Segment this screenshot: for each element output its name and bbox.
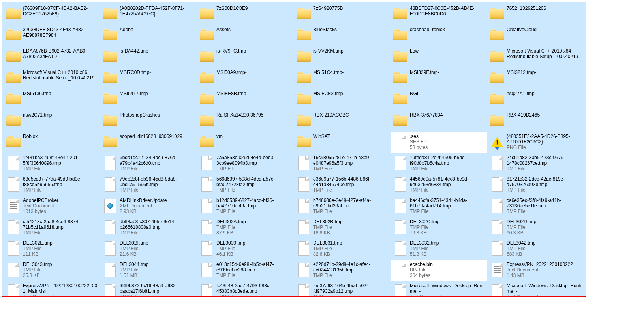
folder-item[interactable]: WinSAT (294, 132, 391, 153)
file-icon (395, 199, 406, 213)
file-item[interactable]: 1f431ba3-468f-43e4-9201-5f8f30640896.tmp… (4, 153, 100, 174)
item-type: Text Document (410, 294, 486, 297)
folder-item[interactable]: CreativeCloud (488, 25, 584, 46)
folder-item[interactable]: Low (391, 47, 487, 68)
file-item[interactable]: AdobeIPCBrokerText Document1013 bytes (4, 196, 100, 217)
item-name: 1f431ba3-468f-43e4-9201-5f8f30640896.tmp (23, 155, 99, 166)
file-item[interactable]: 24c51a82-30b5-423c-9579-1478c08267ce.tmp… (488, 153, 584, 174)
file-item[interactable]: 16c58065-f81e-471b-a8b9-e0487e96a5f3.tmp… (294, 153, 391, 174)
folder-item[interactable]: RBX-419D2465 (488, 111, 584, 132)
file-item[interactable]: 6bda1dc1-f134-4ac9-876a-a79b4a42c6d0.tmp… (101, 153, 197, 174)
folder-item[interactable]: MSI3212.tmp- (488, 68, 584, 89)
file-item[interactable]: 566d6397-508d-4dcd-a57e-bfa024728fa2.tmp… (197, 175, 294, 196)
file-item[interactable]: ExpressVPN_20221230100222_001_MainMsiTex… (4, 281, 100, 297)
folder-item[interactable]: 32638DEF-8D43-4F43-A482-AE98878E7984 (4, 25, 100, 46)
folder-item[interactable]: MSI5417.tmp- (101, 89, 197, 110)
file-item[interactable]: 7a5a853c-c26d-4e4d-beb3-3cb9ee8094b3.tmp… (197, 153, 294, 174)
folder-item[interactable]: 7652_1326251206 (488, 4, 584, 25)
folder-item[interactable]: RarSFXa14200.36795 (197, 111, 294, 132)
file-item[interactable]: DEL3042.tmpTMP File683 KB (488, 239, 584, 260)
file-item[interactable]: b12d0539-6827-4acd-bf36-ba42716d5f9a.tmp… (197, 196, 294, 217)
file-item[interactable]: DEL3044.tmpTMP File1.51 MB (101, 260, 197, 281)
item-size: 79.3 KB (410, 230, 486, 236)
file-item[interactable]: ca6e35ec-f3f8-4fa9-a41b-73136ae5e1fe.tmp… (488, 196, 584, 217)
file-item[interactable]: cf54218c-2aa8-4ce6-8874-71b5c11a9618.tmp… (4, 217, 100, 238)
file-item[interactable]: 81721c32-2dce-42ac-819e-a7570326393b.tmp… (488, 175, 584, 196)
file-item[interactable]: DEL3043.tmpTMP File25.3 KB (4, 260, 100, 281)
file-item[interactable]: fed37a98-164b-4bcd-a024-fd97932a9b12.tmp… (294, 281, 391, 297)
folder-item[interactable]: MSIFCE2.tmp- (294, 89, 391, 110)
file-item[interactable]: Microsoft_Windows_Desktop_Runtime_-_6.0.… (488, 281, 584, 297)
file-item[interactable]: 19feda81-2e2f-4505-b5de-f90d8b7b6c4a.tmp… (391, 153, 487, 174)
folder-item[interactable]: is-RV9FC.tmp (197, 47, 294, 68)
item-name: Assets (216, 27, 292, 32)
file-item[interactable]: .sesSES File53 bytes (391, 132, 487, 153)
folder-item[interactable]: RBX-219ACCBC (294, 111, 391, 132)
file-item[interactable]: DEL302B.tmpTMP File18.8 KB (294, 217, 391, 238)
folder-item[interactable]: Microsoft Visual C++ 2010 x86 Redistribu… (4, 68, 100, 89)
folder-item[interactable]: EDAA876B-B902-4732-AAB0-A7892A34FA1D (4, 47, 100, 68)
folder-item[interactable]: nsw2C71.tmp (4, 111, 100, 132)
file-item[interactable]: 79eb2c8f-eb96-45d8-8da8-0bd1a91596ff.tmp… (101, 175, 197, 196)
file-item[interactable]: b748606e-3e48-427e-af4a-69521fbd39af.tmp… (294, 196, 391, 217)
file-item[interactable]: DEL3030.tmpTMP File46.1 KB (197, 239, 294, 260)
file-item[interactable]: Microsoft_Windows_Desktop_Runtime_-_6.0.… (391, 281, 487, 297)
folder-item[interactable]: MSI50A9.tmp- (197, 68, 294, 89)
file-icon (105, 220, 116, 234)
file-item[interactable]: 63e5cd37-77da-49d9-bd0e-f88cd5b96956.tmp… (4, 175, 100, 196)
folder-item[interactable]: MSI5136.tmp- (4, 89, 100, 110)
folder-item[interactable]: is-VV2KM.tmp (294, 47, 391, 68)
item-name: DEL302A.tmp (216, 219, 292, 224)
file-item[interactable]: dbff3ab3-c307-4b5e-9e14-b266618808a0.tmp… (101, 217, 197, 238)
file-item[interactable]: DEL302A.tmpTMP File87.9 KB (197, 217, 294, 238)
file-item[interactable]: DEL302F.tmpTMP File21.6 KB (101, 239, 197, 260)
folder-item[interactable]: 7zS00D1C8E9 (197, 4, 294, 25)
item-name: is-DA442.tmp (120, 48, 195, 54)
folder-item[interactable]: MSI51C4.tmp- (294, 68, 391, 89)
folder-item[interactable]: Assets (197, 25, 294, 46)
file-item[interactable]: f669b872-9c16-48a9-a932-baaba17f6b81.tmp… (101, 281, 197, 297)
file-icon (201, 220, 212, 234)
file-item[interactable]: ExpressVPN_20221230100222Text Document1.… (488, 260, 584, 281)
file-item[interactable]: 836e9a77-156b-4486-b66f-e4b1a346740e.tmp… (294, 175, 391, 196)
file-item[interactable]: DEL302E.tmpTMP File111 KB (4, 239, 100, 260)
folder-item[interactable]: crashpad_roblox (391, 25, 487, 46)
folder-item[interactable]: RBX-376A7834 (391, 111, 487, 132)
item-name: Low (410, 48, 486, 54)
folder-item[interactable]: BlueStacks (294, 25, 391, 46)
file-item[interactable]: !{480351E3-2AA5-4D26-B895-A710D1F2C9C2}P… (488, 132, 584, 153)
text-document-icon (492, 284, 503, 297)
folder-item[interactable]: {A0B0202D-FFDA-452F-8F71-1E4725A5C97C} (101, 4, 197, 25)
folder-item[interactable]: NGL (391, 89, 487, 110)
folder-item[interactable]: vm (197, 132, 294, 153)
folder-icon (297, 93, 311, 105)
file-item[interactable]: fc43ff48-2ad7-4793-983c-45383b8d3ede.tmp… (197, 281, 294, 297)
folder-item[interactable]: {76309F10-87CF-4DA2-BAE2-DC2FC17625F9} (4, 4, 100, 25)
file-item[interactable]: AMDLinkDriverUpdateXML Document2.93 KB (101, 196, 197, 217)
folder-item[interactable]: MSI329F.tmp- (391, 68, 487, 89)
file-item[interactable]: DEL3031.tmpTMP File82.6 KB (294, 239, 391, 260)
folder-item[interactable]: MSI7C0D.tmp- (101, 68, 197, 89)
folder-item[interactable]: PhotoshopCrashes (101, 111, 197, 132)
folder-item[interactable]: is-DA442.tmp (101, 47, 197, 68)
file-item[interactable]: DEL302C.tmpTMP File79.3 KB (391, 217, 487, 238)
folder-item[interactable]: nsg27A1.tmp (488, 89, 584, 110)
file-item[interactable]: DEL302D.tmpTMP File60.3 KB (488, 217, 584, 238)
folder-item[interactable]: Microsoft Visual C++ 2010 x64 Redistribu… (488, 47, 584, 68)
item-type: TMP File (410, 187, 486, 193)
item-name: DEL302F.tmp (120, 240, 195, 246)
file-item[interactable]: ba446cfa-3751-4341-b4da-61b7da4ad714.tmp… (391, 196, 487, 217)
folder-item[interactable]: Roblox (4, 132, 100, 153)
file-item[interactable]: ecache.binBIN File304 bytes (391, 260, 487, 281)
file-item[interactable]: e013c15d-6e98-4b5d-af47-e999ccf7c388.tmp… (197, 260, 294, 281)
file-item[interactable]: e220d71b-29d8-4e1c-afe4-ac024413135b.tmp… (294, 260, 391, 281)
file-item[interactable]: DEL3032.tmpTMP File51.3 KB (391, 239, 487, 260)
folder-item[interactable]: scoped_dir16628_930691029 (101, 132, 197, 153)
folder-item[interactable]: 7zS4920775B (294, 4, 391, 25)
folder-item[interactable]: MSIEE8B.tmp- (197, 89, 294, 110)
file-explorer-pane[interactable]: {76309F10-87CF-4DA2-BAE2-DC2FC17625F9}{A… (2, 2, 586, 297)
folder-item[interactable]: Adobe (101, 25, 197, 46)
file-item[interactable]: 44569e0a-5781-4ee8-bc9d-9e63253d6834.tmp… (391, 175, 487, 196)
item-size: 1.51 MB (120, 273, 195, 278)
folder-item[interactable]: 48BBFD27-0C0E-452B-AB4E-F00DCE8BC0D6 (391, 4, 487, 25)
